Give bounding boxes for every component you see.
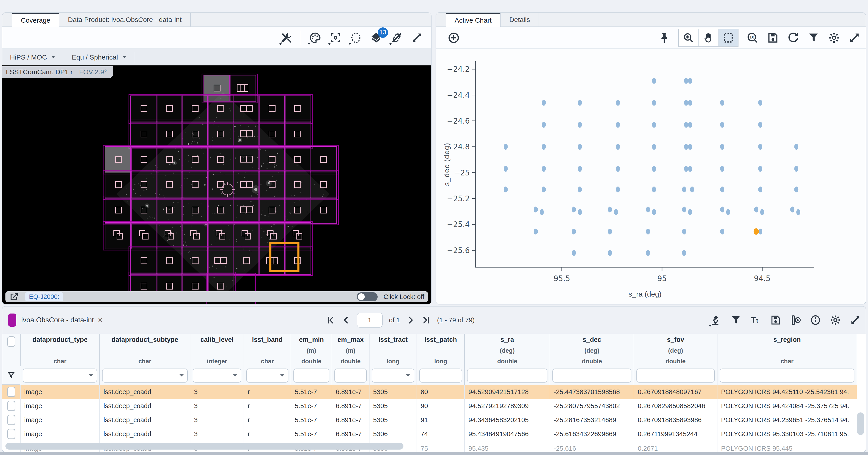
h-scrollbar-thumb[interactable] [5,443,403,450]
addcol-icon[interactable] [790,314,801,326]
tab-details[interactable]: Details [501,13,539,27]
expand-icon[interactable] [848,31,861,44]
expand-icon[interactable] [849,314,861,326]
save-icon[interactable] [770,314,781,326]
column-header-s_region[interactable]: s_regionchar [717,334,857,366]
v-scrollbar-thumb[interactable] [857,413,864,435]
tab-data-product[interactable]: Data Product: ivoa.ObsCore - data-int [59,13,191,27]
table-cell: 6.891e-7 [332,399,369,413]
svg-text:−24.6: −24.6 [447,117,470,125]
layer-count-badge: 13 [378,27,388,38]
table-row[interactable]: imagelsst.deep_coadd3r5.51e-76.891e-7530… [2,427,857,441]
pin-icon[interactable] [658,31,671,44]
textformat-icon[interactable]: Tt [750,314,762,326]
chart-area[interactable]: −24.2−24.4−24.6−24.8−25−25.2−25.4−25.695… [436,49,866,304]
select-all-checkbox[interactable] [7,336,16,347]
filter-input-s_ra[interactable] [467,368,548,383]
filter-input-calib_level[interactable] [193,368,241,383]
layers-icon[interactable]: 13 [370,31,382,44]
filter-icon[interactable] [807,31,820,44]
zoom1x-icon[interactable]: 1X [746,31,759,44]
close-icon[interactable]: × [98,315,102,325]
row-checkbox[interactable] [7,429,16,439]
column-header-s_ra[interactable]: s_ra(deg)double [465,334,550,366]
filter-input-lsst_band[interactable] [246,368,288,383]
column-header-em_max[interactable]: em_max(m)double [332,334,369,366]
save-icon[interactable] [767,31,779,44]
refresh-icon[interactable] [787,31,800,44]
column-header-em_min[interactable]: em_min(m)double [291,334,332,366]
column-header-lsst_band[interactable]: lsst_bandchar [244,334,291,366]
column-header-dataproduct_subtype[interactable]: dataproduct_subtypechar [100,334,190,366]
expand-icon[interactable] [411,31,423,44]
selected-point[interactable] [754,229,759,235]
center-icon[interactable] [329,31,342,44]
next-page-icon[interactable] [406,315,415,325]
sky-coverage-view[interactable]: LSSTComCam: DP1 r FOV:2.9° EQ-J2000: Cli… [2,65,431,304]
pluscircle-icon[interactable] [447,31,460,44]
boxselect-icon[interactable] [719,29,738,47]
gear-icon[interactable] [830,314,841,326]
row-checkbox[interactable] [7,401,16,411]
table-cell: 6.891e-7 [332,413,369,427]
column-type: double [497,358,517,365]
filter-input-em_max[interactable] [334,368,367,383]
filter-input-s_fov[interactable] [637,368,715,383]
column-type: char [54,358,66,365]
column-type: long [387,358,400,365]
zoomin-icon[interactable] [679,29,699,47]
dropdown-caret-icon [278,41,283,47]
table-cell: -25.280757955743802 [550,399,634,413]
svg-text:−25: −25 [454,169,470,177]
click-lock-toggle[interactable] [357,292,378,301]
tab-details-label: Details [509,16,530,24]
tools-icon[interactable] [280,31,293,44]
lasso-icon[interactable] [349,31,362,44]
scatter-chart[interactable]: −24.2−24.4−24.6−24.8−25−25.2−25.4−25.695… [436,49,866,304]
microscope-icon[interactable] [710,314,722,326]
column-header-lsst_patch[interactable]: lsst_patchlong [417,334,465,366]
unlink-icon[interactable] [390,31,403,44]
table-row[interactable]: imagelsst.deep_coadd3r5.51e-76.891e-7530… [2,399,857,413]
projection-dropdown[interactable]: Equ / Spherical [64,54,134,61]
gear-icon[interactable] [828,31,840,44]
table-cell: 3 [190,413,244,427]
row-checkbox[interactable] [7,415,16,425]
table-cell: image [20,399,100,413]
page-number-input[interactable]: 1 [357,313,382,328]
external-link-icon[interactable] [9,292,19,302]
filter-icon[interactable] [730,314,742,326]
tab-coverage[interactable]: Coverage [12,13,59,27]
filter-input-s_dec[interactable] [552,368,631,383]
filter-input-lsst_tract[interactable] [372,368,414,383]
filter-input-dataproduct_subtype[interactable] [102,368,188,383]
hips-moc-dropdown[interactable]: HiPS / MOC [2,54,64,61]
sky-coverage-map[interactable] [2,65,431,304]
column-header-dataproduct_type[interactable]: dataproduct_typechar [20,334,100,366]
column-header-lsst_tract[interactable]: lsst_tractlong [369,334,417,366]
filter-input-dataproduct_type[interactable] [23,368,97,383]
tab-active-chart[interactable]: Active Chart [446,13,501,27]
table-row[interactable]: imagelsst.deep_coadd3r5.51e-76.891e-7530… [2,413,857,427]
table-color-swatch[interactable] [8,313,16,327]
row-checkbox[interactable] [7,387,16,397]
filter-input-lsst_patch[interactable] [419,368,462,383]
filter-input-s_region[interactable] [720,368,855,383]
first-page-icon[interactable] [326,315,335,325]
hand-icon[interactable] [699,29,719,47]
coverage-controls: HiPS / MOC Equ / Spherical [2,49,431,66]
column-header-calib_level[interactable]: calib_levelinteger [190,334,244,366]
table-cell: r [244,427,291,441]
table-row[interactable]: imagelsst.deep_coadd3r5.51e-76.891e-7530… [2,385,857,399]
last-page-icon[interactable] [422,315,431,325]
info-icon[interactable] [810,314,822,326]
filter-input-em_min[interactable] [293,368,330,383]
column-header-s_fov[interactable]: s_fov(deg)double [634,334,717,366]
column-header-s_dec[interactable]: s_dec(deg)double [550,334,634,366]
palette-icon[interactable] [309,31,321,44]
table-cell: 3 [190,427,244,441]
horizontal-scrollbar [5,443,852,450]
filter-icon [7,371,16,380]
prev-page-icon[interactable] [341,315,350,325]
table-cell: image [20,385,100,399]
